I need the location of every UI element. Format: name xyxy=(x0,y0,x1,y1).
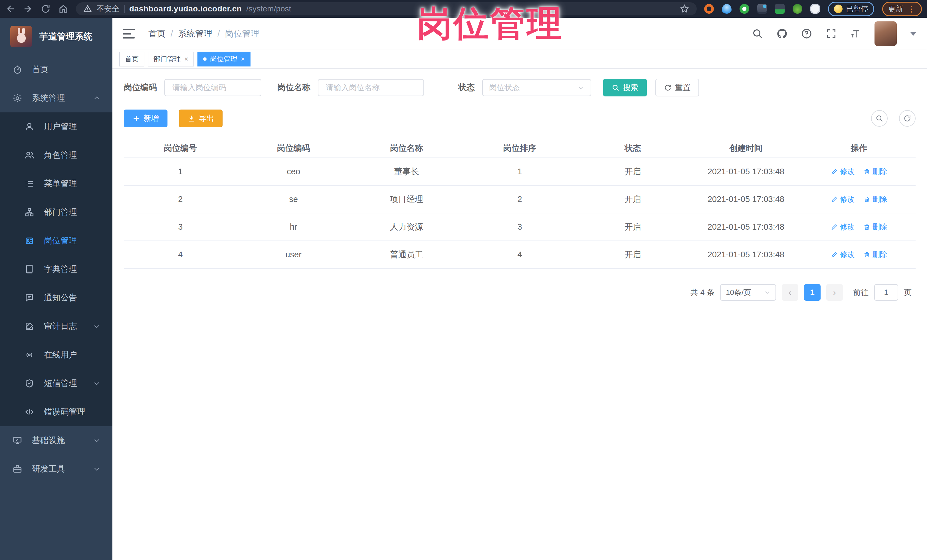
reset-button[interactable]: 重置 xyxy=(655,79,699,96)
cell-post-code: se xyxy=(237,194,350,204)
prev-page-button[interactable]: ‹ xyxy=(782,284,798,300)
back-icon[interactable] xyxy=(5,4,15,14)
reload-icon[interactable] xyxy=(41,4,51,14)
cell-post-name: 人力资源 xyxy=(350,222,463,233)
extension-icon-plant[interactable] xyxy=(793,4,802,14)
post-name-input[interactable] xyxy=(318,79,424,96)
paused-label: 已暂停 xyxy=(846,4,868,14)
search-icon[interactable] xyxy=(752,28,763,39)
delete-link[interactable]: 删除 xyxy=(863,250,887,260)
sidebar-item-online-users[interactable]: 在线用户 xyxy=(0,341,112,369)
delete-link[interactable]: 删除 xyxy=(863,222,887,232)
edit-link[interactable]: 修改 xyxy=(831,250,855,260)
extension-icon-gtm[interactable] xyxy=(775,4,785,14)
goto-page-input[interactable] xyxy=(874,284,898,300)
tab-home[interactable]: 首页 xyxy=(119,52,144,67)
sidebar-item-sms[interactable]: 短信管理 xyxy=(0,369,112,398)
github-icon[interactable] xyxy=(777,28,788,39)
edit-link[interactable]: 修改 xyxy=(831,167,855,177)
security-label[interactable]: 不安全 xyxy=(96,4,120,14)
extension-icon-blue-pin[interactable] xyxy=(722,4,732,14)
fullscreen-icon[interactable] xyxy=(825,28,837,39)
chevron-down-icon xyxy=(577,84,584,91)
paused-extension-badge[interactable]: 已暂停 xyxy=(828,2,874,16)
add-button[interactable]: 新增 xyxy=(124,109,167,127)
tab-close-icon[interactable]: × xyxy=(241,55,245,63)
sidebar-item-menus[interactable]: 菜单管理 xyxy=(0,170,112,198)
sidebar-item-posts[interactable]: 岗位管理 xyxy=(0,226,112,255)
sidebar-item-users[interactable]: 用户管理 xyxy=(0,112,112,141)
monitor-icon xyxy=(12,436,22,445)
breadcrumb-section[interactable]: 系统管理 xyxy=(178,28,212,39)
sidebar-item-notices[interactable]: 通知公告 xyxy=(0,284,112,312)
url-host[interactable]: dashboard.yudao.iocoder.cn xyxy=(129,4,242,14)
sidebar-item-system[interactable]: 系统管理 xyxy=(0,84,112,112)
home-icon[interactable] xyxy=(58,4,68,14)
not-secure-warning-icon xyxy=(83,5,92,13)
font-size-icon[interactable] xyxy=(850,28,862,39)
post-code-input[interactable] xyxy=(164,79,261,96)
table-header-row: 岗位编号 岗位编码 岗位名称 岗位排序 状态 创建时间 操作 xyxy=(124,139,916,158)
export-button[interactable]: 导出 xyxy=(179,109,223,127)
forward-icon[interactable] xyxy=(23,4,33,14)
tree-icon xyxy=(24,207,34,217)
browser-menu-kebab-icon[interactable]: ⋮ xyxy=(907,4,916,14)
page-1-button[interactable]: 1 xyxy=(804,284,821,300)
sidebar-item-label: 研发工具 xyxy=(32,463,65,475)
goto-unit-label: 页 xyxy=(904,287,912,297)
trash-icon xyxy=(863,224,870,231)
sidebar-item-error-codes[interactable]: 错误码管理 xyxy=(0,398,112,426)
status-select-placeholder: 岗位状态 xyxy=(489,82,520,93)
sidebar: 芋道管理系统 首页 系统管理 用户管理 角色管理 菜单管理 部门管理 xyxy=(0,18,112,560)
column-header: 岗位排序 xyxy=(463,143,576,154)
app-logo-row[interactable]: 芋道管理系统 xyxy=(0,18,112,55)
tab-departments[interactable]: 部门管理 × xyxy=(148,52,194,67)
delete-link[interactable]: 删除 xyxy=(863,194,887,204)
extension-icon-green-check[interactable] xyxy=(740,4,749,14)
sidebar-item-infrastructure[interactable]: 基础设施 xyxy=(0,426,112,455)
sidebar-item-departments[interactable]: 部门管理 xyxy=(0,198,112,226)
url-path[interactable]: /system/post xyxy=(246,4,291,14)
sidebar-item-label: 短信管理 xyxy=(44,378,77,389)
tab-close-icon[interactable]: × xyxy=(184,55,188,63)
dashboard-icon xyxy=(12,65,22,74)
sidebar-item-dictionary[interactable]: 字典管理 xyxy=(0,255,112,284)
sidebar-item-home[interactable]: 首页 xyxy=(0,55,112,84)
header-actions xyxy=(752,21,917,46)
toggle-search-button[interactable] xyxy=(871,110,887,127)
page-size-select[interactable]: 10条/页 xyxy=(720,284,776,300)
extension-icon-profile-switcher[interactable] xyxy=(757,4,767,14)
delete-link[interactable]: 删除 xyxy=(863,167,887,177)
extension-icon-orange-ring[interactable] xyxy=(704,4,714,14)
avatar-caret-down-icon[interactable] xyxy=(910,32,917,36)
extensions-puzzle-icon[interactable] xyxy=(810,4,820,14)
table-row: 2 se 项目经理 2 开启 2021-01-05 17:03:48 修改 删除 xyxy=(124,186,916,213)
breadcrumb-home[interactable]: 首页 xyxy=(148,28,166,39)
cell-post-created: 2021-01-05 17:03:48 xyxy=(689,250,802,260)
sidebar-item-audit-log[interactable]: 审计日志 xyxy=(0,312,112,341)
edit-pencil-icon xyxy=(831,224,838,231)
sidebar-item-roles[interactable]: 角色管理 xyxy=(0,141,112,170)
edit-pencil-icon xyxy=(831,168,838,175)
tab-posts[interactable]: 岗位管理 × xyxy=(198,52,251,67)
cell-post-name: 项目经理 xyxy=(350,194,463,205)
sidebar-item-label: 首页 xyxy=(32,64,49,75)
browser-update-button[interactable]: 更新 ⋮ xyxy=(882,2,922,16)
cell-post-status: 开启 xyxy=(576,166,689,178)
bookmark-star-icon[interactable] xyxy=(679,4,689,14)
search-button[interactable]: 搜索 xyxy=(603,79,647,96)
main-area: 首页 / 系统管理 / 岗位管理 首页 部门管理 × 岗位管理 × xyxy=(112,18,927,560)
question-icon[interactable] xyxy=(801,28,812,39)
hamburger-icon[interactable] xyxy=(123,29,135,38)
cell-post-created: 2021-01-05 17:03:48 xyxy=(689,167,802,176)
user-avatar[interactable] xyxy=(874,21,897,46)
tab-label: 首页 xyxy=(125,55,139,64)
column-header: 创建时间 xyxy=(689,143,802,154)
sidebar-item-dev-tools[interactable]: 研发工具 xyxy=(0,455,112,483)
address-bar[interactable]: 不安全 dashboard.yudao.iocoder.cn /system/p… xyxy=(76,2,697,15)
next-page-button[interactable]: › xyxy=(826,284,843,300)
edit-link[interactable]: 修改 xyxy=(831,194,855,204)
edit-link[interactable]: 修改 xyxy=(831,222,855,232)
refresh-table-button[interactable] xyxy=(899,110,916,127)
status-select[interactable]: 岗位状态 xyxy=(482,79,591,96)
